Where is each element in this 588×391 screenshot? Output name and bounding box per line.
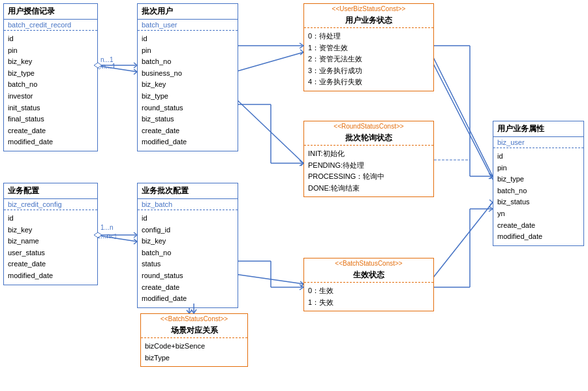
entity-biz-batch-title: 业务批次配置 [138, 183, 238, 199]
entity-biz-user-fields: id pin biz_type batch_no biz_status yn c… [493, 148, 583, 245]
field: create_date [142, 282, 234, 294]
svg-line-8 [431, 202, 493, 281]
const-user-biz-status-title: 用户业务状态 [304, 14, 433, 28]
field: biz_name [8, 236, 93, 247]
field: modified_date [497, 231, 580, 243]
entity-user-credit-record-fields: id pin biz_key biz_type batch_no investo… [4, 31, 97, 151]
const-batch-status-title: 生效状态 [304, 268, 433, 283]
const-user-biz-status: <<UserBizStatusConst>> 用户业务状态 0：待处理 1：资管… [303, 3, 434, 91]
field: biz_status [142, 114, 234, 125]
field: biz_type [8, 68, 93, 80]
field: 1：资管生效 [308, 42, 429, 54]
field: batch_no [497, 185, 580, 197]
field: round_status [142, 270, 234, 282]
field: biz_type [497, 174, 580, 185]
field: batch_no [142, 56, 234, 68]
field: biz_type [142, 91, 234, 102]
rel-label-n1: ◇n...1 [97, 62, 116, 70]
field: bizType [145, 352, 243, 364]
field: 4：业务执行失败 [308, 76, 429, 88]
entity-batch-user-title: 批次用户 [138, 4, 238, 20]
field: id [497, 151, 580, 163]
field: biz_status [497, 196, 580, 208]
field: modified_date [8, 136, 93, 148]
const-batch-status-fields: 0：生效 1：失效 [304, 283, 433, 311]
field: pin [497, 163, 580, 174]
entity-batch-user-fields: id pin batch_no business_no biz_key biz_… [138, 31, 238, 151]
field: id [142, 33, 234, 45]
entity-biz-user-subtitle: biz_user [493, 137, 583, 148]
field: id [142, 213, 234, 225]
const-batch-status-scene-title: 场景对应关系 [141, 324, 247, 338]
entity-biz-batch-subtitle: biz_batch [138, 199, 238, 210]
field: id [8, 33, 93, 45]
field: batch_no [8, 79, 93, 91]
field: final_status [8, 114, 93, 125]
field: 0：待处理 [308, 31, 429, 42]
rel-label-1n: 1...n◁ [97, 232, 116, 240]
entity-biz-user: 用户业务属性 biz_user id pin biz_type batch_no… [493, 121, 584, 246]
const-round-status-fields: INIT:初始化 PENDING:待处理 PROCESSING：轮询中 DONE… [304, 146, 433, 196]
const-round-status-title: 批次轮询状态 [304, 131, 433, 146]
svg-line-1 [235, 52, 303, 72]
field: PENDING:待处理 [308, 160, 429, 172]
field: batch_no [142, 247, 234, 259]
field: biz_key [8, 225, 93, 236]
svg-line-7 [431, 59, 493, 180]
field: 3：业务执行成功 [308, 65, 429, 77]
field: 0：生效 [308, 285, 429, 297]
entity-biz-credit-config-title: 业务配置 [4, 183, 97, 199]
field: round_status [142, 102, 234, 114]
field: config_id [142, 225, 234, 236]
field: INIT:初始化 [308, 148, 429, 160]
field: modified_date [8, 270, 93, 282]
entity-user-credit-record-title: 用户授信记录 [4, 4, 97, 20]
entity-biz-user-title: 用户业务属性 [493, 121, 583, 137]
entity-biz-batch: 业务批次配置 biz_batch id config_id biz_key ba… [137, 183, 238, 308]
field: modified_date [142, 136, 234, 148]
field: business_no [142, 68, 234, 80]
entity-biz-credit-config-subtitle: biz_credit_config [4, 199, 97, 210]
field: biz_key [142, 236, 234, 247]
field: biz_key [142, 79, 234, 91]
const-round-status: <<RoundStatusConst>> 批次轮询状态 INIT:初始化 PEN… [303, 121, 434, 197]
field: 1：失效 [308, 297, 429, 309]
const-batch-status-scene-fields: bizCode+bizSence bizType [141, 338, 247, 366]
const-batch-status-stereotype: <<BatchStatusConst>> [304, 258, 433, 268]
entity-batch-user: 批次用户 batch_user id pin batch_no business… [137, 3, 238, 151]
entity-user-credit-record-subtitle: batch_credit_record [4, 20, 97, 31]
entity-user-credit-record: 用户授信记录 batch_credit_record id pin biz_ke… [3, 3, 98, 151]
field: DONE:轮询结束 [308, 183, 429, 195]
svg-line-6 [431, 52, 493, 176]
field: modified_date [142, 293, 234, 305]
const-batch-status-scene: <<BatchStatusConst>> 场景对应关系 bizCode+bizS… [140, 313, 248, 367]
svg-line-2 [235, 98, 303, 163]
field: PROCESSING：轮询中 [308, 171, 429, 183]
entity-biz-batch-fields: id config_id biz_key batch_no status rou… [138, 210, 238, 307]
entity-biz-credit-config-fields: id biz_key biz_name user_status create_d… [4, 210, 97, 285]
const-user-biz-status-stereotype: <<UserBizStatusConst>> [304, 4, 433, 14]
field: bizCode+bizSence [145, 341, 243, 352]
const-batch-status-scene-stereotype: <<BatchStatusConst>> [141, 314, 247, 324]
field: pin [8, 45, 93, 57]
field: create_date [8, 258, 93, 270]
field: investor [8, 91, 93, 102]
field: create_date [8, 125, 93, 137]
field: biz_key [8, 56, 93, 68]
diagram-container: ◇n...1 1...n◁ 用户授信记录 batch_credit_record… [0, 0, 588, 391]
const-batch-status: <<BatchStatusConst>> 生效状态 0：生效 1：失效 [303, 258, 434, 311]
const-round-status-stereotype: <<RoundStatusConst>> [304, 121, 433, 131]
field: user_status [8, 247, 93, 259]
field: create_date [497, 220, 580, 232]
field: create_date [142, 125, 234, 137]
field: pin [142, 45, 234, 57]
field: yn [497, 208, 580, 220]
field: 2：资管无法生效 [308, 54, 429, 65]
field: init_status [8, 102, 93, 114]
entity-batch-user-subtitle: batch_user [138, 20, 238, 31]
field: status [142, 258, 234, 270]
entity-biz-credit-config: 业务配置 biz_credit_config id biz_key biz_na… [3, 183, 98, 285]
const-user-biz-status-fields: 0：待处理 1：资管生效 2：资管无法生效 3：业务执行成功 4：业务执行失败 [304, 28, 433, 91]
field: id [8, 213, 93, 225]
svg-line-4 [235, 274, 303, 284]
